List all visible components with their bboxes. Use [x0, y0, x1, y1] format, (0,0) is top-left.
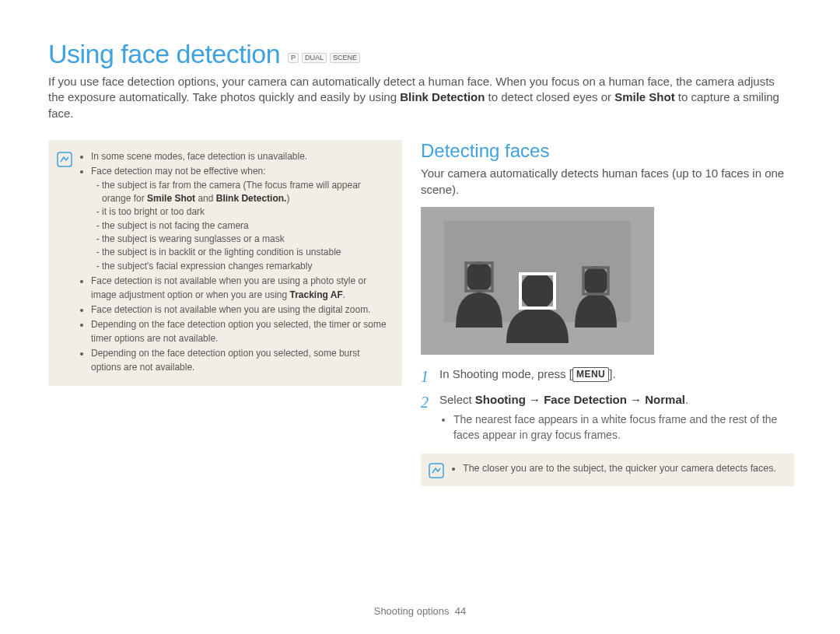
note-box-left: In some scene modes, face detection is u…: [48, 140, 402, 386]
svg-rect-0: [58, 152, 72, 166]
section-paragraph: Your camera automatically detects human …: [421, 165, 794, 198]
svg-rect-9: [429, 464, 443, 478]
note-item: In some scene modes, face detection is u…: [91, 150, 390, 163]
illustration: [421, 207, 654, 355]
svg-point-3: [465, 261, 493, 292]
intro-paragraph: If you use face detection options, your …: [48, 74, 792, 121]
mode-icon-p: P: [288, 53, 299, 63]
small-note-item: The closer you are to the subject, the q…: [463, 461, 776, 475]
step-item: 2 Select Shooting → Face Detection → Nor…: [421, 391, 794, 443]
step-item: 1 In Shooting mode, press [MENU].: [421, 366, 794, 388]
note-icon: [429, 463, 444, 478]
note-item: Face detection is not available when you…: [91, 275, 390, 302]
note-list: In some scene modes, face detection is u…: [80, 150, 390, 376]
steps-list: 1 In Shooting mode, press [MENU]. 2 Sele…: [421, 366, 794, 443]
svg-point-4: [520, 272, 555, 310]
note-subitem: the subject is wearing sunglasses or a m…: [102, 233, 390, 246]
step-number: 2: [421, 391, 432, 443]
step-number: 1: [421, 366, 432, 388]
note-subitem: it is too bright or too dark: [102, 205, 390, 219]
menu-button-label: MENU: [572, 367, 609, 382]
page-footer: Shooting options 44: [0, 605, 840, 617]
section-heading: Detecting faces: [421, 140, 794, 162]
note-icon: [57, 152, 72, 167]
note-item: Depending on the face detection option y…: [91, 347, 390, 374]
note-box-right: The closer you are to the subject, the q…: [421, 454, 794, 486]
note-subitem: the subject is far from the camera (The …: [102, 179, 390, 206]
mode-icon-scene: SCENE: [330, 53, 360, 63]
mode-icons: P DUAL SCENE: [288, 53, 360, 63]
note-item: Face detection is not available when you…: [91, 303, 390, 317]
note-subitem: the subject is not facing the camera: [102, 219, 390, 233]
note-item: Face detection may not be effective when…: [91, 165, 390, 273]
page-title: Using face detection: [48, 39, 280, 69]
title-row: Using face detection P DUAL SCENE: [48, 39, 792, 69]
step-sub-bullet: The nearest face appears in a white focu…: [453, 412, 794, 443]
note-item: Depending on the face detection option y…: [91, 318, 390, 345]
note-subitem: the subject is in backlit or the lightin…: [102, 246, 390, 259]
mode-icon-dual: DUAL: [302, 53, 327, 63]
note-subitem: the subject's facial expression changes …: [102, 260, 390, 273]
svg-point-5: [583, 266, 609, 296]
